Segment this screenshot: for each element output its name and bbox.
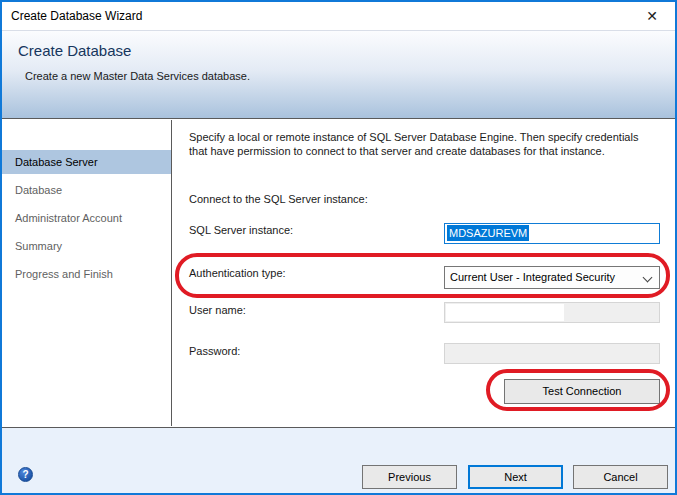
create-database-wizard-dialog: Create Database Wizard ✕ Create Database…: [0, 0, 677, 495]
page-subtitle: Create a new Master Data Services databa…: [25, 70, 250, 82]
titlebar: Create Database Wizard ✕: [2, 2, 675, 30]
sidebar-item-summary[interactable]: Summary: [2, 234, 171, 258]
wizard-page-content: Specify a local or remote instance of SQ…: [172, 120, 677, 426]
sidebar-item-database[interactable]: Database: [2, 178, 171, 202]
wizard-steps-sidebar: Database Server Database Administrator A…: [2, 120, 172, 426]
sql-instance-value: MDSAZUREVM: [447, 225, 529, 241]
chevron-down-icon: [643, 273, 653, 283]
sql-instance-label: SQL Server instance:: [189, 224, 293, 236]
close-icon[interactable]: ✕: [640, 2, 664, 30]
help-icon[interactable]: ?: [18, 467, 33, 482]
sidebar-item-database-server[interactable]: Database Server: [2, 150, 171, 174]
window-title: Create Database Wizard: [11, 2, 142, 30]
sidebar-item-progress-and-finish[interactable]: Progress and Finish: [2, 262, 171, 286]
connect-instance-label: Connect to the SQL Server instance:: [189, 193, 368, 205]
user-name-label: User name:: [189, 304, 246, 316]
previous-button[interactable]: Previous: [362, 465, 457, 489]
footer-bar: ? Previous Next Cancel: [2, 427, 675, 495]
password-field: [444, 343, 660, 364]
instructions-text: Specify a local or remote instance of SQ…: [189, 130, 649, 158]
wizard-header: Create Database Create a new Master Data…: [2, 30, 675, 119]
cancel-button[interactable]: Cancel: [573, 465, 668, 489]
sidebar-item-administrator-account[interactable]: Administrator Account: [2, 206, 171, 230]
test-connection-button[interactable]: Test Connection: [504, 379, 660, 404]
page-title: Create Database: [18, 42, 131, 59]
user-name-field: [444, 302, 660, 323]
user-name-redaction: [446, 304, 564, 321]
authentication-type-dropdown[interactable]: Current User - Integrated Security: [444, 266, 660, 289]
authentication-type-label: Authentication type:: [189, 267, 286, 279]
authentication-type-value: Current User - Integrated Security: [450, 271, 615, 283]
next-button[interactable]: Next: [468, 465, 563, 489]
password-label: Password:: [189, 345, 240, 357]
sql-instance-input[interactable]: MDSAZUREVM: [444, 223, 660, 244]
